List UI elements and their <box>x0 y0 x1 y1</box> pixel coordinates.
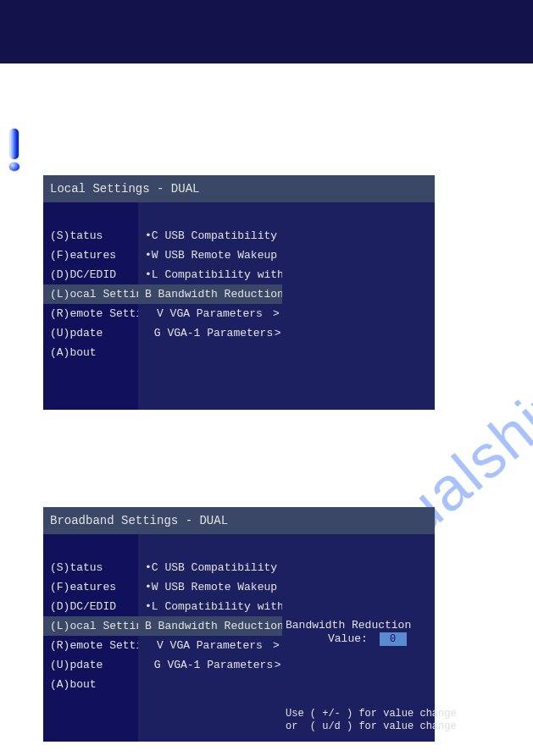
menu-mid-item[interactable]: V VGA Parameters> <box>138 636 282 655</box>
param-value[interactable]: 0 <box>380 632 407 646</box>
menu-mid-item[interactable]: G VGA-1 Parameters> <box>138 655 282 675</box>
menu-mid-label: W USB Remote Wakeup <box>152 577 277 597</box>
bullet-icon <box>145 636 157 655</box>
menu-left-item[interactable]: (L)ocal Settings <box>43 284 138 304</box>
bullet-icon <box>145 304 157 323</box>
menu-mid-item[interactable]: •W USB Remote Wakeup <box>138 577 282 597</box>
chevron-right-icon: > <box>273 655 282 675</box>
panel-local-settings: Local Settings - DUAL (S)tatus(F)eatures… <box>43 175 435 410</box>
menu-mid-label: G VGA-1 Parameters <box>154 655 273 675</box>
menu-left-item[interactable]: (S)tatus <box>43 558 138 577</box>
menu-left-item[interactable]: (L)ocal Settings <box>43 616 138 636</box>
panel-title: Local Settings - DUAL <box>43 175 435 202</box>
chevron-right-icon: > <box>273 323 282 343</box>
menu-mid-item[interactable]: B Bandwidth Reduction> <box>138 616 282 636</box>
menu-left-item[interactable]: (U)pdate <box>43 323 138 343</box>
menu-mid-label: V VGA Parameters <box>157 636 270 655</box>
menu-mid-item[interactable]: V VGA Parameters> <box>138 304 282 323</box>
exclamation-icon <box>8 129 20 173</box>
menu-mid-label: B Bandwidth Reduction <box>145 284 284 304</box>
menu-left: (S)tatus(F)eatures(D)DC/EDID(L)ocal Sett… <box>43 534 138 742</box>
menu-left-item[interactable]: (R)emote Settings <box>43 304 138 323</box>
menu-mid-item[interactable]: •W USB Remote Wakeup <box>138 246 282 265</box>
menu-left-item[interactable]: (A)bout <box>43 675 138 694</box>
menu-mid-label: V VGA Parameters <box>157 304 270 323</box>
param-value-row: Value: 0 <box>328 632 407 646</box>
panel-broadband-settings: Broadband Settings - DUAL (S)tatus(F)eat… <box>43 507 435 742</box>
menu-left-item[interactable]: (U)pdate <box>43 655 138 675</box>
menu-mid-item[interactable]: •L Compatibility with Linux <box>138 597 282 616</box>
bullet-icon: • <box>145 577 152 597</box>
bullet-icon <box>145 655 154 675</box>
bullet-icon: • <box>145 265 152 284</box>
menu-mid-item[interactable]: •L Compatibility with Linux <box>138 265 282 284</box>
menu-left: (S)tatus(F)eatures(D)DC/EDID(L)ocal Sett… <box>43 202 138 410</box>
menu-mid-label: G VGA-1 Parameters <box>154 323 273 343</box>
menu-mid-item[interactable]: G VGA-1 Parameters> <box>138 323 282 343</box>
menu-left-item[interactable]: (S)tatus <box>43 226 138 246</box>
menu-mid-item[interactable]: B Bandwidth Reduction> <box>138 284 282 304</box>
bullet-icon: • <box>145 246 152 265</box>
menu-mid-label: W USB Remote Wakeup <box>152 246 277 265</box>
bullet-icon: • <box>145 226 152 246</box>
menu-left-item[interactable]: (A)bout <box>43 343 138 362</box>
bullet-icon <box>145 323 154 343</box>
panel-right: Bandwidth Reduction Value: 0 Use ( +/- )… <box>282 534 435 742</box>
panel-right <box>282 202 435 410</box>
chevron-right-icon: > <box>270 304 282 323</box>
param-value-label: Value: <box>328 632 368 645</box>
menu-mid-label: B Bandwidth Reduction <box>145 616 284 636</box>
param-label: Bandwidth Reduction <box>282 619 411 632</box>
menu-mid-item[interactable]: •C USB Compatibility Mode <box>138 558 282 577</box>
bullet-icon: • <box>145 597 152 616</box>
menu-mid-item[interactable]: •C USB Compatibility Mode <box>138 226 282 246</box>
menu-left-item[interactable]: (F)eatures <box>43 577 138 597</box>
param-help: Use ( +/- ) for value change or ( u/d ) … <box>286 708 457 733</box>
panel-title: Broadband Settings - DUAL <box>43 507 435 534</box>
top-band <box>0 0 533 63</box>
menu-left-item[interactable]: (F)eatures <box>43 246 138 265</box>
bullet-icon: • <box>145 558 152 577</box>
menu-left-item[interactable]: (R)emote Settings <box>43 636 138 655</box>
menu-left-item[interactable]: (D)DC/EDID <box>43 597 138 616</box>
menu-left-item[interactable]: (D)DC/EDID <box>43 265 138 284</box>
menu-mid: •C USB Compatibility Mode•W USB Remote W… <box>138 202 282 410</box>
chevron-right-icon: > <box>270 636 282 655</box>
menu-mid: •C USB Compatibility Mode•W USB Remote W… <box>138 534 282 742</box>
